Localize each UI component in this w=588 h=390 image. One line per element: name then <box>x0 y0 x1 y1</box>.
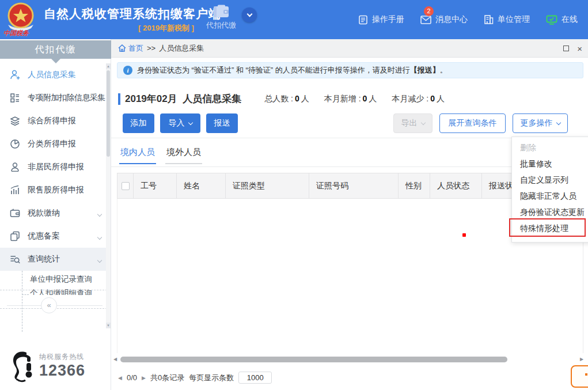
hotline-block: 纳税服务热线 12366 <box>9 349 85 383</box>
person-icon <box>9 161 21 173</box>
online-status-icon <box>546 15 557 25</box>
online-status[interactable]: 在线 <box>546 14 578 25</box>
manual-icon <box>358 15 368 25</box>
sidebar-item-restricted-stock[interactable]: 限售股所得申报 <box>0 179 107 202</box>
chevron-down-icon <box>420 120 425 124</box>
column-header-employee-id[interactable]: 工号 <box>134 173 177 198</box>
scrollbar-track[interactable] <box>118 357 579 362</box>
menu-item-hide-abnormal[interactable]: 隐藏非正常人员 <box>512 188 588 204</box>
column-header-person-status[interactable]: 人员状态 <box>430 173 482 198</box>
wallet-small-icon <box>9 207 21 219</box>
floating-widget-partial[interactable] <box>571 365 588 388</box>
breadcrumb-home[interactable]: 首页 <box>118 43 143 54</box>
app-title: 自然人税收管理系统扣缴客户端 <box>44 6 221 22</box>
manual-button[interactable]: 操作手册 <box>358 14 404 25</box>
per-page-label: 每页显示条数 <box>189 373 234 383</box>
menu-item-batch-modify[interactable]: 批量修改 <box>512 156 588 172</box>
scrollbar-thumb[interactable] <box>107 70 110 157</box>
scroll-down-icon[interactable]: ▼ <box>106 323 111 328</box>
sidebar-collapse-button[interactable]: « <box>41 297 57 313</box>
menu-item-delete[interactable]: 删除 <box>512 139 588 156</box>
stat-added: 本月新增 :0人 <box>324 94 377 104</box>
sidebar-item-classified-income[interactable]: 分类所得申报 <box>0 132 107 156</box>
sidebar-item-special-deduction[interactable]: 专项附加扣除信息采集 <box>0 86 107 109</box>
tab-foreign-personnel[interactable]: 境外人员 <box>165 143 202 164</box>
sidebar-item-query-statistics[interactable]: 查询统计 <box>0 248 107 271</box>
sidebar-item-label: 优惠备案 <box>28 231 60 241</box>
menu-item-id-verify-update[interactable]: 身份验证状态更新 <box>512 204 588 220</box>
module-switch-button[interactable] <box>242 7 257 22</box>
tree-guide-line <box>22 271 22 332</box>
expand-query-button[interactable]: 展开查询条件 <box>439 113 506 133</box>
manual-label: 操作手册 <box>372 14 404 25</box>
chevron-down-icon <box>98 209 101 218</box>
export-button[interactable]: 导出 <box>393 113 433 133</box>
sidebar-item-personnel-info[interactable]: 人员信息采集 <box>0 63 107 86</box>
message-center-button[interactable]: 2 消息中心 <box>420 14 468 25</box>
sidebar-subitem-unit-declaration-query[interactable]: 单位申报记录查询 <box>0 271 107 288</box>
scroll-left-icon[interactable]: ◀ <box>112 357 118 362</box>
sidebar-subitem-personal-withholding-query[interactable]: 个人扣缴明细查询 <box>0 288 107 295</box>
message-count-badge: 2 <box>424 6 434 16</box>
message-icon <box>420 16 431 24</box>
org-management-label: 单位管理 <box>498 14 530 25</box>
org-management-button[interactable]: 单位管理 <box>484 14 530 25</box>
prev-page-icon[interactable]: ◀ <box>118 375 122 381</box>
close-button[interactable]: × <box>577 44 582 53</box>
grid-list-icon <box>9 92 21 104</box>
scroll-right-icon[interactable]: ▶ <box>579 357 585 362</box>
menu-item-special-case-handling[interactable]: 特殊情形处理 <box>512 220 588 236</box>
sidebar-item-label: 限售股所得申报 <box>28 185 84 195</box>
home-icon <box>118 44 126 52</box>
page-indicator: 0/0 <box>127 373 137 382</box>
column-header-id-number[interactable]: 证照号码 <box>309 173 399 198</box>
online-status-label: 在线 <box>562 14 578 25</box>
submit-button[interactable]: 报送 <box>206 113 238 133</box>
sidebar-item-label: 人员信息采集 <box>28 70 76 80</box>
stat-total: 总人数 :0人 <box>264 94 309 104</box>
column-header-name[interactable]: 姓名 <box>177 173 226 198</box>
scroll-up-icon[interactable]: ▲ <box>106 63 111 69</box>
sidebar-header-pointer <box>51 59 60 63</box>
column-header-gender[interactable]: 性别 <box>399 173 430 198</box>
menu-item-customize-columns[interactable]: 自定义显示列 <box>512 172 588 188</box>
more-actions-menu: 删除 批量修改 自定义显示列 隐藏非正常人员 身份验证状态更新 特殊情形处理 <box>511 137 588 243</box>
module-label: 代扣代缴 <box>203 20 240 31</box>
cursor-mark <box>462 233 466 237</box>
sidebar-item-nonresident-income[interactable]: 非居民所得申报 <box>0 156 107 179</box>
header-nav: 操作手册 2 消息中心 单位管理 在线 <box>358 0 578 39</box>
import-button[interactable]: 导入 <box>160 113 200 133</box>
tab-domestic-personnel[interactable]: 境内人员 <box>119 143 156 164</box>
sidebar-item-label: 分类所得申报 <box>28 139 76 149</box>
select-all-checkbox[interactable] <box>122 182 130 190</box>
hotline-label: 纳税服务热线 <box>39 352 85 362</box>
maximize-button[interactable] <box>563 46 569 51</box>
hotline-number: 12366 <box>39 362 85 380</box>
floating-widget-dot <box>585 373 587 376</box>
next-page-icon[interactable]: ▶ <box>142 375 146 381</box>
scrollbar-thumb[interactable] <box>120 357 507 362</box>
app-window: 中国税务 自然人税收管理系统扣缴客户端 [ 2019年新税制 ] 代扣代缴 操作… <box>0 0 588 390</box>
page-title: 2019年02月 人员信息采集 <box>125 92 241 105</box>
add-button[interactable]: 添加 <box>123 113 154 133</box>
sidebar-item-label: 专项附加扣除信息采集 <box>28 93 105 103</box>
stat-removed: 本月减少 :0人 <box>392 94 445 104</box>
more-actions-button[interactable]: 更多操作 <box>513 113 568 133</box>
sidebar-item-comprehensive-income[interactable]: 综合所得申报 <box>0 109 107 132</box>
module-withholding[interactable]: 代扣代缴 <box>203 5 240 31</box>
tree-separator <box>0 290 107 290</box>
title-accent-bar <box>118 93 120 105</box>
sidebar-scrollbar[interactable]: ▲ ▼ <box>106 63 111 328</box>
chevron-down-icon <box>246 12 252 17</box>
pagination: ◀ 0/0 ▶ 共0条记录 每页显示条数 1000 <box>118 372 272 384</box>
column-header-id-type[interactable]: 证照类型 <box>226 173 309 198</box>
alert-text: 身份验证状态为 “验证不通过” 和 “待验证” 的人员不能进行申报等操作，请及时… <box>137 65 447 75</box>
window-controls: × <box>563 39 582 58</box>
section-title-row: 2019年02月 人员信息采集 总人数 :0人 本月新增 :0人 本月减少 :0… <box>118 92 445 105</box>
sidebar-item-preferential-filing[interactable]: 优惠备案 <box>0 225 107 248</box>
per-page-input[interactable]: 1000 <box>238 372 272 384</box>
chevron-down-icon <box>98 93 101 103</box>
tax-emblem-logo <box>6 2 36 32</box>
sidebar-item-tax-payment[interactable]: 税款缴纳 <box>0 202 107 225</box>
horizontal-scrollbar[interactable]: ◀ ▶ <box>112 356 585 362</box>
